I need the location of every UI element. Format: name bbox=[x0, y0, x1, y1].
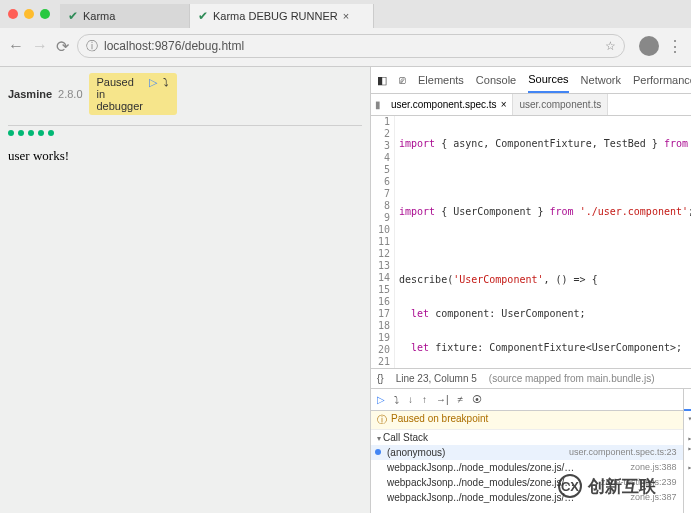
jasmine-bar: Jasmine 2.8.0 Paused in debugger ▷ ⤵ bbox=[0, 67, 370, 121]
menu-icon[interactable]: ⋮ bbox=[667, 37, 683, 56]
nav-toggle-icon[interactable]: ▮ bbox=[371, 99, 385, 110]
devtools: ◧ ⎚ Elements Console Sources Network Per… bbox=[370, 67, 691, 513]
browser-tab-0[interactable]: ✔ Karma bbox=[60, 4, 190, 28]
tab-network[interactable]: Network bbox=[581, 74, 621, 86]
window-controls[interactable] bbox=[8, 9, 50, 19]
closure-source: (./src/app/admin/user/user.component.spe… bbox=[688, 453, 691, 462]
line-gutter[interactable]: 1234567891011121314151617181920212223242… bbox=[371, 116, 395, 368]
reload-button[interactable]: ⟳ bbox=[56, 37, 69, 56]
resume-button[interactable]: ▷ bbox=[377, 394, 385, 405]
browser-tabs: ✔ Karma ✔ Karma DEBUG RUNNER × bbox=[0, 0, 691, 28]
step-button[interactable]: →| bbox=[436, 394, 449, 405]
step-icon[interactable]: ⤵ bbox=[163, 76, 169, 112]
scope-global[interactable]: Global bbox=[688, 462, 691, 472]
devtools-tabs: ◧ ⎚ Elements Console Sources Network Per… bbox=[371, 67, 691, 94]
watermark-text: 创新互联 bbox=[588, 475, 656, 498]
watermark-icon: CX bbox=[558, 474, 582, 498]
scope-this[interactable]: this: UserContext bbox=[688, 423, 691, 433]
file-tab-1[interactable]: user.component.ts bbox=[513, 94, 608, 115]
close-icon[interactable]: × bbox=[343, 10, 349, 22]
close-icon[interactable]: × bbox=[501, 99, 507, 110]
pause-exceptions-button[interactable]: ⦿ bbox=[472, 394, 482, 405]
spec-dots bbox=[8, 130, 362, 136]
tab-scope[interactable]: Scope bbox=[684, 389, 691, 411]
bookmark-icon[interactable]: ☆ bbox=[605, 39, 616, 53]
jasmine-label: Jasmine bbox=[8, 88, 52, 100]
scope-tabs: Scope Watch bbox=[684, 389, 691, 411]
file-name: user.component.spec.ts bbox=[391, 99, 497, 110]
url-text: localhost:9876/debug.html bbox=[104, 39, 244, 53]
scope-panel: Scope Watch Local this: UserContext Clos… bbox=[684, 389, 691, 513]
dock-icon[interactable]: ◧ bbox=[377, 74, 387, 87]
code-editor[interactable]: 1234567891011121314151617181920212223242… bbox=[371, 116, 691, 368]
minimize-window-icon[interactable] bbox=[24, 9, 34, 19]
tab-elements[interactable]: Elements bbox=[418, 74, 464, 86]
close-window-icon[interactable] bbox=[8, 9, 18, 19]
scope-closure-2[interactable]: Closure bbox=[688, 443, 691, 453]
paused-badge: Paused in debugger ▷ ⤵ bbox=[89, 73, 177, 115]
tab-title: Karma bbox=[83, 10, 115, 22]
watermark: CX 创新互联 bbox=[558, 474, 656, 498]
scope-closure-1[interactable]: Closure bbox=[688, 433, 691, 443]
step-out-button[interactable]: ↑ bbox=[422, 394, 427, 405]
paused-reason: ⓘ Paused on breakpoint bbox=[371, 411, 683, 430]
debugger-controls: ▷ ⤵ ↓ ↑ →| ≠ ⦿ bbox=[371, 389, 683, 411]
tab-console[interactable]: Console bbox=[476, 74, 516, 86]
profile-icon[interactable] bbox=[639, 36, 659, 56]
spec-result: user works! bbox=[8, 148, 362, 164]
back-button[interactable]: ← bbox=[8, 37, 24, 55]
file-tab-0[interactable]: user.component.spec.ts × bbox=[385, 94, 513, 115]
maximize-window-icon[interactable] bbox=[40, 9, 50, 19]
forward-button[interactable]: → bbox=[32, 37, 48, 55]
tab-performance[interactable]: Performance bbox=[633, 74, 691, 86]
jasmine-version: 2.8.0 bbox=[58, 88, 82, 100]
address-row: ← → ⟳ ⓘ localhost:9876/debug.html ☆ ⋮ bbox=[0, 28, 691, 64]
stack-frame-0[interactable]: (anonymous)user.component.spec.ts:23 bbox=[371, 445, 683, 460]
code-lines[interactable]: import { async, ComponentFixture, TestBe… bbox=[395, 116, 691, 368]
sourcemap-info: (source mapped from main.bundle.js) bbox=[489, 373, 655, 384]
scope-local[interactable]: Local bbox=[688, 413, 691, 423]
tab-title: Karma DEBUG RUNNER bbox=[213, 10, 338, 22]
karma-icon: ✔ bbox=[68, 9, 78, 23]
browser-tab-1[interactable]: ✔ Karma DEBUG RUNNER × bbox=[190, 4, 374, 28]
karma-icon: ✔ bbox=[198, 9, 208, 23]
deactivate-bp-button[interactable]: ≠ bbox=[458, 394, 464, 405]
step-into-button[interactable]: ↓ bbox=[408, 394, 413, 405]
main-area: Jasmine 2.8.0 Paused in debugger ▷ ⤵ use… bbox=[0, 67, 691, 513]
paused-text: Paused in debugger bbox=[97, 76, 143, 112]
inspect-icon[interactable]: ⎚ bbox=[399, 74, 406, 86]
site-info-icon[interactable]: ⓘ bbox=[86, 38, 98, 55]
tab-sources[interactable]: Sources bbox=[528, 73, 568, 93]
browser-chrome: ✔ Karma ✔ Karma DEBUG RUNNER × ← → ⟳ ⓘ l… bbox=[0, 0, 691, 67]
scope-body[interactable]: Local this: UserContext Closure Closure … bbox=[684, 411, 691, 474]
info-icon: ⓘ bbox=[377, 413, 387, 427]
address-bar[interactable]: ⓘ localhost:9876/debug.html ☆ bbox=[77, 34, 625, 58]
file-name: user.component.ts bbox=[519, 99, 601, 110]
cursor-pos: Line 23, Column 5 bbox=[396, 373, 477, 384]
stack-frame-1[interactable]: webpackJsonp../node_modules/zone.js/…zon… bbox=[371, 460, 683, 475]
file-tabs: ▮ user.component.spec.ts × user.componen… bbox=[371, 94, 691, 116]
resume-icon[interactable]: ▷ bbox=[149, 76, 157, 112]
step-over-button[interactable]: ⤵ bbox=[394, 394, 399, 405]
call-stack-header[interactable]: Call Stack bbox=[371, 430, 683, 445]
editor-status-bar: {} Line 23, Column 5 (source mapped from… bbox=[371, 368, 691, 388]
braces-icon[interactable]: {} bbox=[377, 373, 384, 384]
page-content: Jasmine 2.8.0 Paused in debugger ▷ ⤵ use… bbox=[0, 67, 370, 513]
